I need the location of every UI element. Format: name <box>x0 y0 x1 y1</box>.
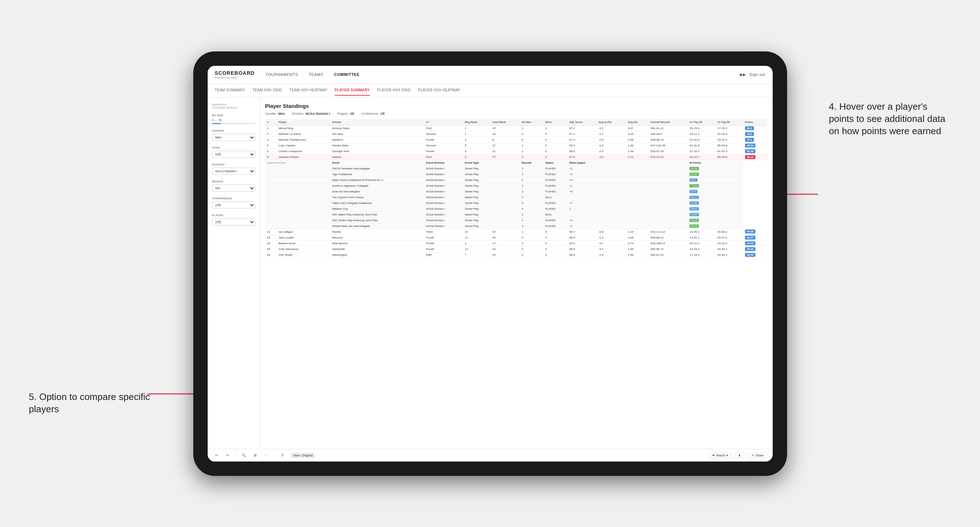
copy-button[interactable]: ⊞ <box>251 452 259 458</box>
rank-6: 6 <box>265 154 277 160</box>
annotation-left-text: 5. Option to compare specific players <box>29 391 150 414</box>
nav-tournaments[interactable]: TOURNAMENTS <box>266 70 298 78</box>
range-slider[interactable] <box>212 123 255 124</box>
vs25-23: 14-20-1 <box>688 235 716 240</box>
points-2[interactable]: 76.2 <box>743 131 767 137</box>
gender-select[interactable]: Men Women <box>212 134 255 141</box>
ei-5 <box>265 189 330 194</box>
vs50-26: 33-26-4 <box>716 252 743 257</box>
col-yr: Yr <box>424 119 463 125</box>
sg-2: 3.10 <box>626 131 649 137</box>
vs50-3: 23-22-5 <box>716 137 743 143</box>
points-26[interactable]: 38.49 <box>743 252 767 257</box>
points-23[interactable]: 40.27 <box>743 235 767 240</box>
nords-23: 0 <box>520 235 543 240</box>
adj-25: 68.8 <box>568 246 597 252</box>
event-rank-5: +0 <box>568 189 688 194</box>
overall-25: 452-96-12 <box>649 246 688 252</box>
ei-7 <box>265 200 330 206</box>
subnav-player-h2h-grid[interactable]: PLAYER H2H GRID <box>377 85 411 96</box>
reg-5: 2 <box>463 148 490 154</box>
par-1: -3.2 <box>597 125 626 131</box>
sign-out-link[interactable]: Sign out <box>749 70 765 78</box>
view-original-button[interactable]: View: Original <box>290 452 316 458</box>
rank-24: 24 <box>265 240 277 246</box>
event-type-4: Stroke Play <box>463 183 520 189</box>
event-name-10: SEC Stroke Play hosted by Jerry Pate <box>330 217 424 223</box>
event-name-7: Fallen Oak Collegiate Invitational <box>330 200 424 206</box>
overall-6: 674-33-12 <box>649 154 688 160</box>
download-button[interactable]: ⬇ <box>735 452 744 458</box>
points-5[interactable]: 60.49 <box>743 148 767 154</box>
subnav-team-h2h-grid[interactable]: TEAM H2H GRID <box>253 85 282 96</box>
no-rds-max: 52 <box>218 118 222 122</box>
region-select[interactable]: N/A All <box>212 184 255 192</box>
sidebar-no-rds: No Rds. 4 – 52 <box>212 114 255 124</box>
sg-25: 1.65 <box>626 246 649 252</box>
col-adj-score: Adj. Score <box>568 119 597 125</box>
year-select[interactable]: (All) <box>212 151 255 158</box>
rank-23: 23 <box>265 235 277 240</box>
adj-24: 69.4 <box>568 240 597 246</box>
conference-select[interactable]: (All) <box>212 202 255 209</box>
event-rounds-7: 3 <box>520 200 543 206</box>
points-22[interactable]: 48.68 <box>743 229 767 235</box>
vs50-4: 65-54-6 <box>716 143 743 148</box>
adj-2: 67.1 <box>568 131 597 137</box>
watch-button[interactable]: 👁 Watch ▾ <box>709 452 731 458</box>
conf-2: 18 <box>490 131 520 137</box>
wins-23: 0 <box>543 235 568 240</box>
rank-4: 4 <box>265 143 277 148</box>
points-3[interactable]: 70.1 <box>743 137 767 143</box>
wins-4: 0 <box>543 143 568 148</box>
nav-committee[interactable]: COMMITTEE <box>334 70 360 78</box>
overall-2: 440-26-6 <box>649 131 688 137</box>
view-label: View: Original <box>293 454 313 457</box>
subnav-player-h2h-heatmap[interactable]: PLAYER H2H HEATMAP <box>418 85 460 96</box>
page-title: Player Standings <box>265 103 767 109</box>
wins-1: 1 <box>543 125 568 131</box>
redo-button[interactable]: ↪ <box>224 452 231 458</box>
reg-4: 5 <box>463 143 490 148</box>
player-23: Jack Lundin <box>277 235 330 240</box>
sg-24: 0.74 <box>626 240 649 246</box>
points-6[interactable]: 58.18 <box>743 154 767 160</box>
clock-button[interactable]: ⏱ <box>278 452 286 458</box>
col-no-rds: No Rds. <box>520 119 543 125</box>
subnav-team-h2h-heatmap[interactable]: TEAM H2H HEATMAP <box>290 85 328 96</box>
annotation-right-text: 4. Hover over a player's points to see a… <box>829 101 945 137</box>
vs50-25: 18-30-2 <box>716 246 743 252</box>
reg-24: 1 <box>463 240 490 246</box>
watch-chevron: ▾ <box>726 454 728 457</box>
rank-1: 1 <box>265 125 277 131</box>
player-select[interactable]: (All) <box>212 218 255 225</box>
share-icon: ↗ <box>751 454 754 457</box>
points-25[interactable]: 39.95 <box>743 246 767 252</box>
reg-22: 10 <box>463 229 490 235</box>
event-name-1: UNCW Seahawk Intercollegiate <box>330 165 424 171</box>
event-wp-1: 43.64 <box>688 165 743 171</box>
event-col-rank: Rank Impact <box>568 160 688 165</box>
points-1[interactable]: 88.2 <box>743 125 767 131</box>
col-wins: Wins <box>543 119 568 125</box>
school-6: Auburn <box>330 154 424 160</box>
undo-button[interactable]: ↩ <box>213 452 220 458</box>
event-wp-8: 30.47 <box>688 206 743 211</box>
list-item: Williams Cup NCAA Division I Stroke Play… <box>265 206 767 211</box>
division-select[interactable]: NCAA Division I <box>212 168 255 175</box>
zoom-out-button[interactable]: 🔍 <box>239 452 248 458</box>
subnav-team-summary[interactable]: TEAM SUMMARY <box>215 85 245 96</box>
conference-label: Conference <box>212 197 255 200</box>
event-status-6: NULL <box>543 194 568 200</box>
par-25: -3.2 <box>597 246 626 252</box>
share-button[interactable]: ↗ Share <box>748 452 767 458</box>
settings-button[interactable]: ⋯ <box>262 452 270 458</box>
conf-4: 27 <box>490 143 520 148</box>
subnav-player-summary[interactable]: PLAYER SUMMARY <box>335 85 370 96</box>
list-item: SEC Match Play hosted by Jerry Pate NCAA… <box>265 211 767 217</box>
points-24[interactable]: 40.02 <box>743 240 767 246</box>
nav-teams[interactable]: TEAMS <box>309 70 323 78</box>
yr-24: Fourth <box>424 240 463 246</box>
sidebar-division: Division NCAA Division I <box>212 163 255 175</box>
points-4[interactable]: 68.54 <box>743 143 767 148</box>
